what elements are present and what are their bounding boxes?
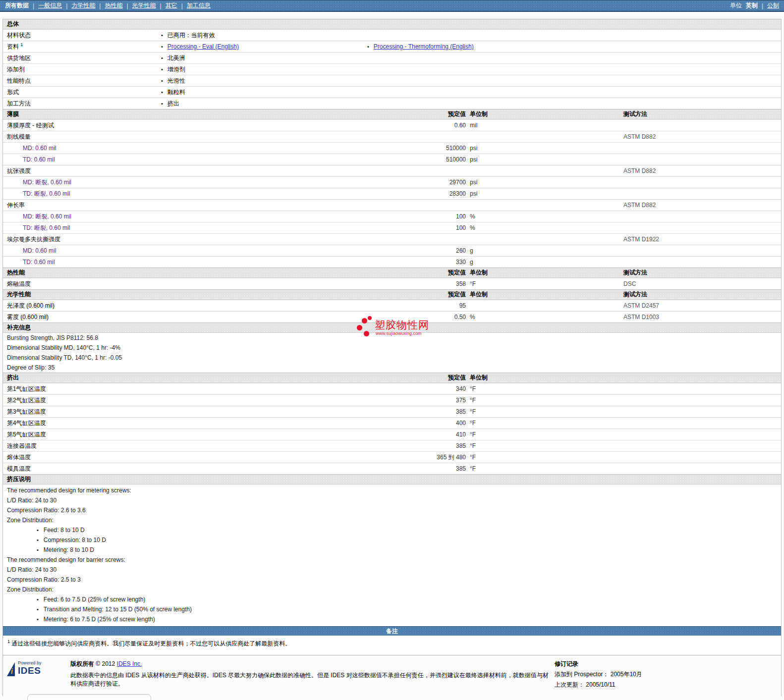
column-header-method: 测试方法 bbox=[623, 110, 781, 118]
nav-tab-6[interactable]: 其它 bbox=[166, 1, 177, 10]
property-value: 410 bbox=[320, 431, 466, 438]
property-label: TD: 0.60 mil bbox=[3, 156, 320, 163]
ides-logo[interactable]: i Powered by IDES bbox=[6, 658, 64, 679]
property-value-item: •已商用：当前有效 bbox=[161, 31, 367, 40]
note-text: Compression Ratio: 2.5 to 3 bbox=[7, 576, 81, 583]
revision-title: 修订记录 bbox=[555, 660, 776, 668]
property-label: 抗张强度 bbox=[3, 167, 320, 175]
property-unit: °F bbox=[470, 420, 623, 427]
extrusion-notes-lines: The recommended design for metering scre… bbox=[3, 485, 781, 626]
nav-tabs: 所有数据|一般信息|力学性能|热性能|光学性能|其它|加工信息 bbox=[5, 1, 211, 10]
nav-tab-5[interactable]: 光学性能 bbox=[132, 1, 156, 10]
note-text: Compression: 8 to 10 D bbox=[44, 537, 106, 543]
property-label: 埃尔曼多夫抗撕强度 bbox=[3, 235, 320, 244]
bullet-icon: • bbox=[37, 596, 39, 602]
extrusion-note-line: •Feed: 8 to 10 D bbox=[3, 525, 781, 535]
column-header-value: 预定值 bbox=[320, 290, 466, 299]
note-text: Zone Distribution: bbox=[7, 517, 54, 524]
film-section: 薄膜预定值单位制测试方法薄膜厚度 - 经测试0.60mil割线模量ASTM D8… bbox=[3, 109, 781, 268]
property-unit: mil bbox=[470, 122, 623, 129]
property-label: 割线模量 bbox=[3, 133, 320, 141]
extrusion-note-line: Zone Distribution: bbox=[3, 585, 781, 594]
column-header-unit: 单位制 bbox=[470, 110, 623, 118]
section-title-extrusion-notes: 挤压说明 bbox=[3, 475, 320, 484]
test-method: ASTM D1922 bbox=[623, 236, 781, 243]
document-link[interactable]: Processing - Thermoforming (English) bbox=[374, 43, 474, 50]
nav-tab-1[interactable]: 所有数据 bbox=[5, 1, 29, 10]
table-row: 添加剂•增滑剂 bbox=[3, 63, 781, 75]
test-method: DSC bbox=[623, 280, 781, 287]
property-unit: g bbox=[470, 247, 623, 254]
nav-tab-7[interactable]: 加工信息 bbox=[187, 1, 211, 10]
extrusion-note-line: •Metering: 8 to 10 D bbox=[3, 545, 781, 555]
table-row: 割线模量ASTM D882 bbox=[3, 131, 781, 142]
top-nav-bar: 所有数据|一般信息|力学性能|热性能|光学性能|其它|加工信息 单位 英制 | … bbox=[0, 0, 784, 12]
nav-separator: | bbox=[66, 2, 67, 9]
ides-inc-link[interactable]: IDES Inc. bbox=[117, 660, 142, 667]
section-header-thermal: 热性能预定值单位制测试方法 bbox=[3, 268, 781, 278]
bullet-icon: • bbox=[161, 101, 163, 107]
revision-updated: 上次更新： 2005/10/11 bbox=[555, 681, 776, 689]
disclaimer-text: 此数据表中的信息由 IDES 从该材料的生产商处获得。IDES 尽最大努力确保此… bbox=[70, 671, 549, 688]
footer-text: 版权所有 © 2012 IDES Inc. 此数据表中的信息由 IDES 从该材… bbox=[70, 658, 549, 691]
column-header-value: 预定值 bbox=[320, 110, 466, 118]
table-row: TD: 断裂, 0.60 mil100% bbox=[3, 222, 781, 233]
nav-separator: | bbox=[33, 2, 34, 9]
copyright-label: 版权所有 bbox=[70, 660, 94, 667]
table-row: TD: 0.60 mil330g bbox=[3, 256, 781, 268]
table-row: 形式•颗粒料 bbox=[3, 86, 781, 98]
section-header-general: 总体 bbox=[3, 19, 781, 29]
table-row: 材料状态•已商用：当前有效 bbox=[3, 29, 781, 41]
property-value-item: •Processing - Thermoforming (English) bbox=[367, 43, 781, 50]
footnote-ref: 1 bbox=[20, 42, 23, 47]
property-value-item: •挤出 bbox=[161, 100, 367, 108]
table-row: 加工方法•挤出 bbox=[3, 98, 781, 109]
property-label: 第2气缸区温度 bbox=[3, 396, 320, 405]
table-row: 第1气缸区温度340°F bbox=[3, 383, 781, 394]
nav-separator: | bbox=[160, 2, 162, 9]
property-unit: % bbox=[470, 213, 623, 220]
property-label: 雾度 (0.600 mil) bbox=[3, 313, 320, 322]
property-value: 385 bbox=[320, 442, 466, 449]
property-unit: psi bbox=[470, 145, 623, 152]
unit-metric[interactable]: 公制 bbox=[767, 1, 779, 10]
section-header-film: 薄膜预定值单位制测试方法 bbox=[3, 109, 781, 119]
footnote-sup: 1 bbox=[7, 639, 10, 644]
note-text: L/D Ratio: 24 to 30 bbox=[7, 497, 56, 504]
property-label: 供货地区 bbox=[3, 54, 161, 62]
property-value: 510000 bbox=[320, 145, 466, 152]
nav-tab-3[interactable]: 力学性能 bbox=[71, 1, 95, 10]
section-header-extrusion-notes: 挤压说明 bbox=[3, 474, 781, 485]
property-label: MD: 断裂, 0.60 mil bbox=[3, 213, 320, 221]
nav-tab-4[interactable]: 热性能 bbox=[105, 1, 122, 10]
bullet-icon: • bbox=[37, 537, 39, 543]
property-value-item: •光滑性 bbox=[161, 77, 367, 85]
note-text: The recommended design for metering scre… bbox=[7, 487, 131, 494]
revision-added-label: 添加到 Prospector： bbox=[555, 671, 609, 678]
bullet-icon: • bbox=[161, 55, 163, 61]
nav-tab-2[interactable]: 一般信息 bbox=[38, 1, 62, 10]
property-value: 340 bbox=[320, 385, 466, 392]
property-label: 第1气缸区温度 bbox=[3, 385, 320, 393]
revision-added-value: 2005年10月 bbox=[611, 671, 642, 678]
ad-box-partial[interactable] bbox=[27, 694, 151, 700]
unit-imperial[interactable]: 英制 bbox=[746, 1, 758, 10]
property-value: 28300 bbox=[320, 190, 466, 197]
property-label: MD: 断裂, 0.60 mil bbox=[3, 178, 320, 187]
property-label: 第3气缸区温度 bbox=[3, 408, 320, 416]
test-method: ASTM D2457 bbox=[623, 302, 781, 309]
remarks-bar: 备注 bbox=[3, 626, 781, 636]
general-rows: 材料状态•已商用：当前有效资料 1•Processing - Eval (Eng… bbox=[3, 29, 781, 109]
table-row: 雾度 (0.600 mil)0.50%ASTM D1003 bbox=[3, 311, 781, 323]
property-value: 已商用：当前有效 bbox=[168, 31, 215, 40]
property-value-item: •北美洲 bbox=[161, 54, 367, 62]
revision-history: 修订记录 添加到 Prospector： 2005年10月 上次更新： 2005… bbox=[555, 658, 776, 691]
property-unit: °F bbox=[470, 397, 623, 404]
document-link[interactable]: Processing - Eval (English) bbox=[168, 43, 239, 50]
thermal-section: 热性能预定值单位制测试方法熔融温度358°FDSC bbox=[3, 268, 781, 289]
test-method: ASTM D882 bbox=[623, 202, 781, 209]
bullet-icon: • bbox=[161, 89, 163, 95]
property-value: 385 bbox=[320, 408, 466, 415]
test-method: ASTM D882 bbox=[623, 167, 781, 174]
note-text: Feed: 8 to 10 D bbox=[44, 527, 85, 534]
